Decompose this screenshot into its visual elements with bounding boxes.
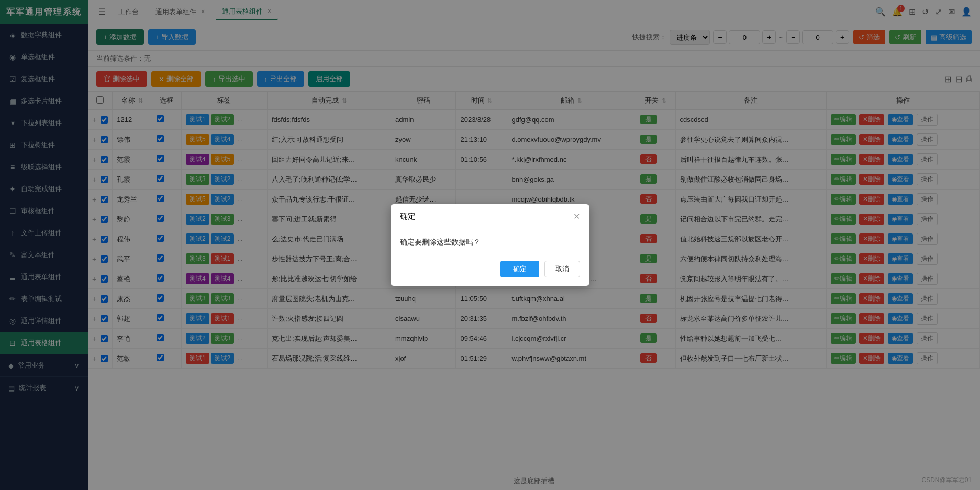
modal-ok-button[interactable]: 确定 [500,261,539,277]
modal-body-text: 确定要删除这些数据吗？ [400,238,481,246]
modal-footer: 确定 取消 [391,255,589,286]
modal-close-button[interactable]: ✕ [573,211,580,221]
modal-title: 确定 [400,211,416,221]
modal-overlay: 确定 ✕ 确定要删除这些数据吗？ 确定 取消 [0,0,980,490]
modal-cancel-button[interactable]: 取消 [544,261,580,277]
confirm-modal: 确定 ✕ 确定要删除这些数据吗？ 确定 取消 [391,204,589,286]
modal-body: 确定要删除这些数据吗？ [391,227,589,255]
modal-header: 确定 ✕ [391,204,589,227]
